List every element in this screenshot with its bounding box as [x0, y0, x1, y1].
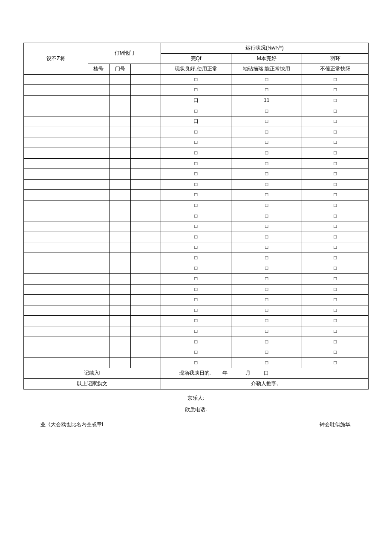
empty-cell[interactable]: [24, 357, 88, 368]
empty-cell[interactable]: [131, 148, 161, 158]
empty-cell[interactable]: [131, 200, 161, 211]
empty-cell[interactable]: [88, 221, 109, 232]
empty-cell[interactable]: [24, 253, 88, 263]
status-cell-a[interactable]: 口: [161, 116, 231, 127]
empty-cell[interactable]: [88, 337, 109, 347]
status-cell-b[interactable]: □: [231, 357, 302, 368]
status-cell-a[interactable]: □: [161, 357, 231, 368]
empty-cell[interactable]: [131, 357, 161, 368]
empty-cell[interactable]: [109, 211, 130, 221]
status-cell-a[interactable]: □: [161, 179, 231, 190]
status-cell-c[interactable]: □: [302, 211, 369, 221]
status-cell-b[interactable]: □: [231, 190, 302, 200]
empty-cell[interactable]: [24, 179, 88, 190]
empty-cell[interactable]: [109, 200, 130, 211]
empty-cell[interactable]: [88, 284, 109, 295]
status-cell-a[interactable]: □: [161, 169, 231, 180]
status-cell-b[interactable]: □: [231, 127, 302, 137]
empty-cell[interactable]: [24, 284, 88, 295]
status-cell-c[interactable]: □: [302, 242, 369, 253]
empty-cell[interactable]: [88, 169, 109, 180]
status-cell-a[interactable]: □: [161, 295, 231, 305]
status-cell-c[interactable]: □: [302, 337, 369, 347]
empty-cell[interactable]: [88, 127, 109, 137]
status-cell-a[interactable]: □: [161, 200, 231, 211]
status-cell-a[interactable]: □: [161, 137, 231, 148]
status-cell-b[interactable]: □: [231, 137, 302, 148]
empty-cell[interactable]: [24, 200, 88, 211]
status-cell-c[interactable]: □: [302, 74, 369, 85]
empty-cell[interactable]: [88, 263, 109, 274]
empty-cell[interactable]: [109, 221, 130, 232]
empty-cell[interactable]: [88, 316, 109, 326]
empty-cell[interactable]: [131, 169, 161, 180]
empty-cell[interactable]: [88, 200, 109, 211]
empty-cell[interactable]: [88, 74, 109, 85]
empty-cell[interactable]: [88, 253, 109, 263]
empty-cell[interactable]: [24, 274, 88, 285]
empty-cell[interactable]: [109, 357, 130, 368]
empty-cell[interactable]: [88, 95, 109, 106]
empty-cell[interactable]: [109, 95, 130, 106]
status-cell-c[interactable]: □: [302, 253, 369, 263]
status-cell-c[interactable]: □: [302, 232, 369, 242]
status-cell-a[interactable]: □: [161, 284, 231, 295]
empty-cell[interactable]: [109, 305, 130, 316]
status-cell-c[interactable]: □: [302, 347, 369, 358]
empty-cell[interactable]: [88, 305, 109, 316]
empty-cell[interactable]: [88, 347, 109, 358]
status-cell-a[interactable]: □: [161, 190, 231, 200]
empty-cell[interactable]: [88, 158, 109, 169]
empty-cell[interactable]: [109, 242, 130, 253]
empty-cell[interactable]: [131, 263, 161, 274]
empty-cell[interactable]: [131, 316, 161, 326]
status-cell-b[interactable]: □: [231, 221, 302, 232]
status-cell-a[interactable]: □: [161, 274, 231, 285]
empty-cell[interactable]: [131, 305, 161, 316]
empty-cell[interactable]: [88, 295, 109, 305]
empty-cell[interactable]: [109, 347, 130, 358]
status-cell-c[interactable]: □: [302, 221, 369, 232]
status-cell-c[interactable]: □: [302, 116, 369, 127]
status-cell-c[interactable]: □: [302, 263, 369, 274]
status-cell-b[interactable]: □: [231, 263, 302, 274]
status-cell-b[interactable]: □: [231, 179, 302, 190]
empty-cell[interactable]: [109, 179, 130, 190]
empty-cell[interactable]: [131, 158, 161, 169]
status-cell-b[interactable]: □: [231, 326, 302, 337]
empty-cell[interactable]: [24, 232, 88, 242]
empty-cell[interactable]: [24, 347, 88, 358]
status-cell-a[interactable]: □: [161, 305, 231, 316]
empty-cell[interactable]: [131, 127, 161, 137]
empty-cell[interactable]: [109, 232, 130, 242]
status-cell-b[interactable]: □: [231, 337, 302, 347]
empty-cell[interactable]: [109, 158, 130, 169]
empty-cell[interactable]: [109, 337, 130, 347]
empty-cell[interactable]: [131, 253, 161, 263]
status-cell-c[interactable]: □: [302, 95, 369, 106]
status-cell-b[interactable]: □: [231, 284, 302, 295]
empty-cell[interactable]: [24, 295, 88, 305]
empty-cell[interactable]: [88, 232, 109, 242]
status-cell-c[interactable]: □: [302, 85, 369, 96]
status-cell-b[interactable]: □: [231, 158, 302, 169]
empty-cell[interactable]: [88, 116, 109, 127]
status-cell-a[interactable]: □: [161, 337, 231, 347]
empty-cell[interactable]: [24, 137, 88, 148]
empty-cell[interactable]: [109, 85, 130, 96]
empty-cell[interactable]: [131, 242, 161, 253]
empty-cell[interactable]: [131, 295, 161, 305]
status-cell-a[interactable]: □: [161, 347, 231, 358]
status-cell-a[interactable]: □: [161, 326, 231, 337]
empty-cell[interactable]: [88, 274, 109, 285]
status-cell-c[interactable]: □: [302, 106, 369, 116]
empty-cell[interactable]: [109, 326, 130, 337]
status-cell-b[interactable]: □: [231, 347, 302, 358]
status-cell-a[interactable]: □: [161, 242, 231, 253]
status-cell-a[interactable]: □: [161, 158, 231, 169]
empty-cell[interactable]: [131, 232, 161, 242]
status-cell-b[interactable]: □: [231, 85, 302, 96]
status-cell-c[interactable]: □: [302, 316, 369, 326]
status-cell-b[interactable]: □: [231, 232, 302, 242]
status-cell-b[interactable]: □: [231, 316, 302, 326]
